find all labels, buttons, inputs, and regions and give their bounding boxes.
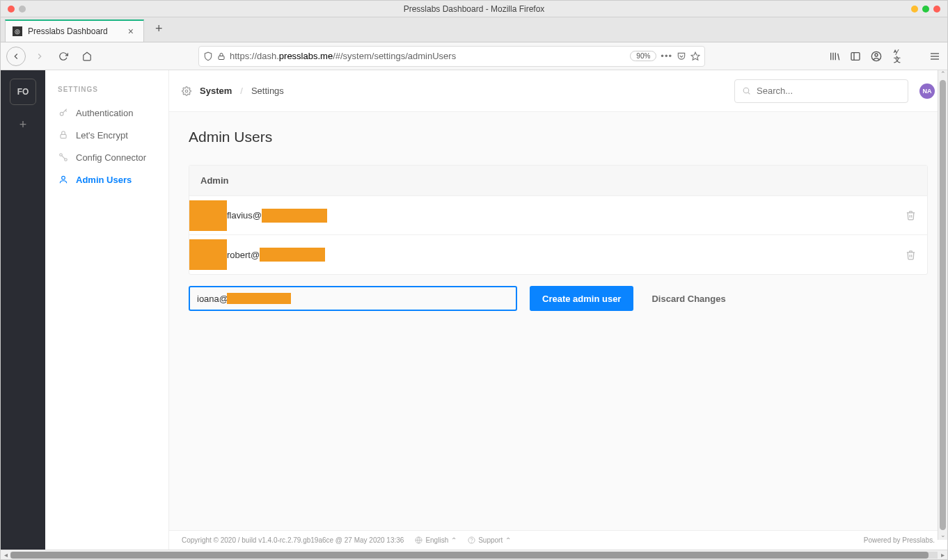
app-viewport: ⌃ ⌄ FO + SETTINGS Authentication Let's E… <box>1 70 947 550</box>
footer-language[interactable]: English ⌃ <box>415 536 457 544</box>
svg-rect-10 <box>61 134 66 138</box>
sidebar-item-label: Config Connector <box>76 152 146 163</box>
new-admin-email-input[interactable]: ioana@ <box>189 286 517 311</box>
table-row: flavius@ <box>189 196 927 235</box>
user-icon <box>58 174 69 185</box>
sidebar-item-admin-users[interactable]: Admin Users <box>45 168 168 191</box>
redacted-text <box>227 293 291 304</box>
org-rail: FO + <box>1 70 45 550</box>
sidebar-item-lets-encrypt[interactable]: Let's Encrypt <box>45 124 168 146</box>
window-title: Presslabs Dashboard - Mozilla Firefox <box>404 4 545 14</box>
home-button[interactable] <box>77 47 97 66</box>
tracking-shield-icon[interactable] <box>203 51 213 61</box>
browser-tabstrip: ◎ Presslabs Dashboard × + <box>1 17 947 42</box>
sidebar-item-label: Let's Encrypt <box>76 130 128 141</box>
url-text: https://dash.presslabs.me/#/system/setti… <box>230 51 626 61</box>
scroll-left-arrow[interactable]: ◂ <box>1 551 10 559</box>
breadcrumb: System / Settings <box>182 86 284 96</box>
reload-button[interactable] <box>54 47 73 66</box>
connector-icon <box>58 152 69 163</box>
lock-icon[interactable] <box>217 52 226 61</box>
crumb-system[interactable]: System <box>200 86 232 96</box>
sidebar-item-config-connector[interactable]: Config Connector <box>45 146 168 168</box>
footer-support[interactable]: Support ⌃ <box>468 536 511 544</box>
bookmark-star-icon[interactable] <box>690 51 700 61</box>
window-titlebar: Presslabs Dashboard - Mozilla Firefox <box>1 1 947 17</box>
admin-users-card: Admin flavius@ <box>189 165 928 275</box>
horizontal-scrollbar[interactable]: ◂ ▸ <box>1 550 947 559</box>
sidebar-item-label: Admin Users <box>76 175 132 185</box>
traffic-lights-left <box>1 6 26 13</box>
svg-point-14 <box>185 90 188 93</box>
svg-line-16 <box>748 93 750 94</box>
sidebar-icon[interactable] <box>848 49 862 63</box>
pocket-icon[interactable] <box>677 51 686 61</box>
sidebar-heading: SETTINGS <box>45 81 168 102</box>
create-admin-user-button[interactable]: Create admin user <box>530 286 633 311</box>
browser-toolbar: https://dash.presslabs.me/#/system/setti… <box>1 42 947 70</box>
redacted-avatar <box>189 200 227 231</box>
table-row: robert@ <box>189 235 927 274</box>
delete-user-button[interactable] <box>906 197 916 234</box>
main-panel: System / Settings NA Admin Users Admin <box>169 70 947 550</box>
traffic-lights-right <box>911 6 940 13</box>
settings-sidebar: SETTINGS Authentication Let's Encrypt Co… <box>45 70 169 550</box>
redacted-text <box>260 248 325 262</box>
menu-icon[interactable] <box>928 49 942 63</box>
key-icon <box>58 107 69 118</box>
forward-button[interactable] <box>30 47 49 66</box>
create-user-form: ioana@ Create admin user Discard Changes <box>189 286 928 311</box>
discard-changes-button[interactable]: Discard Changes <box>646 294 731 304</box>
sidebar-item-authentication[interactable]: Authentication <box>45 102 168 124</box>
text-encoding-icon[interactable]: ᴬ⁄文 <box>890 49 904 63</box>
sidebar-item-label: Authentication <box>76 108 133 118</box>
table-header-admin: Admin <box>189 166 927 196</box>
redacted-avatar <box>189 239 227 270</box>
chevron-up-icon: ⌃ <box>451 536 457 544</box>
url-bar[interactable]: https://dash.presslabs.me/#/system/setti… <box>198 46 705 67</box>
zoom-badge[interactable]: 90% <box>630 51 656 61</box>
tab-favicon: ◎ <box>13 26 22 36</box>
svg-rect-2 <box>851 52 860 60</box>
gear-icon <box>182 86 191 96</box>
account-icon[interactable] <box>869 49 883 63</box>
lock-icon <box>58 129 69 141</box>
svg-point-9 <box>60 112 63 115</box>
topbar: System / Settings NA <box>169 70 947 112</box>
svg-point-13 <box>62 176 65 179</box>
footer-copyright: Copyright © 2020 / build v1.4.0-rc.2.79.… <box>182 536 404 544</box>
svg-marker-1 <box>691 52 700 60</box>
org-badge[interactable]: FO <box>10 79 36 105</box>
app-footer: Copyright © 2020 / build v1.4.0-rc.2.79.… <box>169 530 947 550</box>
maximize-dot[interactable] <box>922 6 929 13</box>
page-title: Admin Users <box>189 129 928 145</box>
tab-close-icon[interactable]: × <box>125 26 136 37</box>
redacted-text <box>262 209 327 223</box>
close-dot[interactable] <box>933 6 940 13</box>
chevron-up-icon: ⌃ <box>505 536 511 544</box>
svg-rect-0 <box>219 56 224 59</box>
browser-tab[interactable]: ◎ Presslabs Dashboard × <box>5 19 144 42</box>
add-org-button[interactable]: + <box>19 118 27 132</box>
search-box[interactable] <box>734 79 908 103</box>
vertical-scrollbar[interactable]: ⌃ ⌄ <box>938 70 947 540</box>
search-icon <box>742 86 751 95</box>
new-tab-button[interactable]: + <box>151 20 167 38</box>
page-actions-icon[interactable]: ••• <box>661 51 672 61</box>
crumb-settings[interactable]: Settings <box>251 86 284 96</box>
content-area: Admin Users Admin flavius@ <box>169 112 947 530</box>
firefox-dot-2 <box>19 6 26 13</box>
user-avatar[interactable]: NA <box>919 83 935 99</box>
svg-point-15 <box>743 88 749 93</box>
tab-title: Presslabs Dashboard <box>28 26 125 36</box>
library-icon[interactable] <box>828 49 842 63</box>
back-button[interactable] <box>6 47 26 66</box>
svg-point-5 <box>875 54 878 56</box>
admin-email: robert@ <box>227 248 325 262</box>
breadcrumb-separator: / <box>240 86 243 96</box>
search-input[interactable] <box>757 86 901 96</box>
minimize-dot[interactable] <box>911 6 918 13</box>
admin-email: flavius@ <box>227 209 327 223</box>
scroll-right-arrow[interactable]: ▸ <box>938 551 947 559</box>
delete-user-button[interactable] <box>906 237 916 273</box>
